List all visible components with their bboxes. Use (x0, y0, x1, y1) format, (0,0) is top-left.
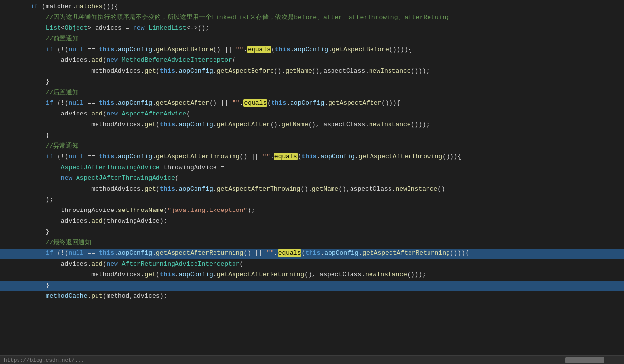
status-bar: https://blog.csdn.net/... (0, 355, 624, 364)
line-6: advices.add(new MethodBeforeAdviceInterc… (0, 56, 624, 66)
code-editor: if (matcher.matches()){ //因为这几种通知执行的顺序是不… (0, 0, 624, 364)
status-bar-text: https://blog.csdn.net/... (0, 357, 84, 363)
line-4: //前置通知 (0, 34, 624, 45)
line-12: methodAdvices.get(this.aopConfig.getAspe… (0, 120, 624, 131)
line-22: } (0, 227, 624, 238)
line-3: List<Object> advices = new LinkedList<->… (0, 23, 624, 34)
line-23: //最终返回通知 (0, 238, 624, 249)
line-14: //异常通知 (0, 141, 624, 152)
line-2: //因为这几种通知执行的顺序是不会变的，所以这里用一个LinkedList来存储… (0, 13, 624, 23)
line-1: if (matcher.matches()){ (0, 2, 624, 13)
line-11: advices.add(new AspectAfterAdvice( (0, 109, 624, 120)
line-28: methodCache.put(method,advices); (0, 291, 624, 302)
line-10: if (!(null == this.aopConfig.getAspectAf… (0, 98, 624, 109)
line-18: methodAdvices.get(this.aopConfig.getAspe… (0, 184, 624, 195)
line-20: throwingAdvice.setThrowName("java.lang.E… (0, 206, 624, 216)
line-25: advices.add(new AfterReturningAdviceInte… (0, 259, 624, 270)
line-5: if (!(null == this.aopConfig.getAspectBe… (0, 45, 624, 56)
line-21: advices.add(throwingAdvice); (0, 216, 624, 227)
line-13: } (0, 131, 624, 141)
line-7: methodAdvices.get(this.aopConfig.getAspe… (0, 66, 624, 77)
code-lines: if (matcher.matches()){ //因为这几种通知执行的顺序是不… (0, 0, 624, 304)
line-16: AspectJAfterThrowingAdvice throwingAdvic… (0, 163, 624, 173)
line-26: methodAdvices.get(this.aopConfig.getAspe… (0, 270, 624, 281)
line-15: if (!(null == this.aopConfig.getAspectAf… (0, 152, 624, 163)
line-8: } (0, 77, 624, 88)
line-24: if (!(null == this.aopConfig.getAspectAf… (0, 249, 624, 259)
line-9: //后置通知 (0, 88, 624, 98)
line-17: new AspectJAfterThrowingAdvice( (0, 173, 624, 184)
line-27: } (0, 281, 624, 291)
horizontal-scrollbar-thumb[interactable] (566, 357, 604, 363)
line-19: ); (0, 195, 624, 206)
